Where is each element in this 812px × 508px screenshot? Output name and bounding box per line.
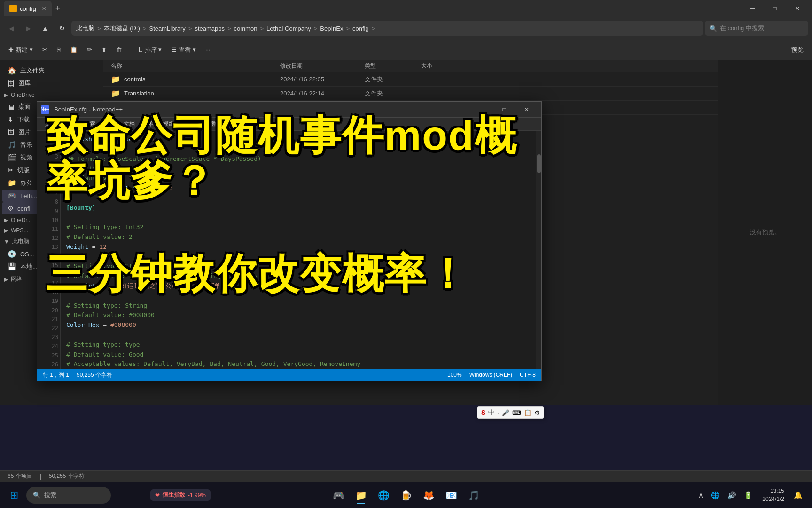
tray-chevron[interactable]: ∧ [696,489,705,501]
menu-view[interactable]: 视图 [100,119,119,129]
music-taskbar-icon: 🎵 [468,490,480,501]
tray-area: ∧ 🌐 🔊 🔋 13:15 2024/1/2 🔔 [696,485,808,505]
rename-btn[interactable]: ✏ [83,44,96,55]
explorer-tab[interactable]: config ✕ [4,1,52,16]
cut-btn[interactable]: ✂ [39,44,51,55]
preview-btn[interactable]: 预览 [788,44,807,56]
explorer-toolbar: ✚ 新建 ▾ ✂ ⎘ 📋 ✏ ⬆ 🗑 ⇅ 排序 ▾ ☰ 查看 ▾ ··· 预览 [0,40,812,60]
taskbar-app-firefox[interactable]: 🦊 [418,485,439,506]
tray-battery[interactable]: 🔋 [742,489,755,501]
taskbar-app-music[interactable]: 🎵 [463,485,484,506]
clock-time: 13:15 [762,487,784,495]
forward-btn[interactable]: ▶ [21,21,36,36]
taskbar-app-mail[interactable]: 📧 [441,485,461,506]
game-icon: 🎮 [8,191,16,200]
delete-btn[interactable]: 🗑 [112,44,126,55]
tab-close-btn[interactable]: ✕ [42,6,46,12]
zoom-level: 100% [447,372,462,378]
videos-icon: 🎬 [8,153,16,162]
up-btn[interactable]: ▲ [38,21,53,36]
cut-icon: ✂ [8,166,14,175]
ime-dot: · [497,409,499,416]
back-btn[interactable]: ◀ [4,21,19,36]
ime-settings[interactable]: ⚙ [534,409,540,416]
taskbar-search-icon: 🔍 [33,492,40,499]
menu-mod-pack[interactable]: 模组整合包 [159,119,195,129]
gallery-icon: 🖼 [8,79,15,87]
share-btn[interactable]: ⬆ [98,44,110,55]
sidebar-item-home[interactable]: 🏠 主文件夹 [2,64,101,77]
col-name: 名称 [111,62,280,70]
taskbar-search[interactable]: 🔍 搜索 [26,487,111,504]
taskbar-app-brew[interactable]: 🍺 [396,485,416,506]
col-type: 类型 [365,62,421,70]
editor-title-bar: N++ BepInEx.cfg - Notepad++ — □ ✕ [37,102,541,118]
menu-doc2[interactable]: 文档 [140,119,158,129]
sort-icon: ⇅ [138,46,143,53]
sidebar-group-onedrive[interactable]: ▶OneDrive [0,90,103,100]
folder-tab-icon [9,5,17,12]
address-path[interactable]: 此电脑 > 本地磁盘 (D:) > SteamLibrary > steamap… [71,21,703,36]
copy-btn[interactable]: ⎘ [53,44,64,55]
file-row-translation[interactable]: 📁 Translation 2024/1/16 22:14 文件夹 [103,87,718,101]
ime-keyboard[interactable]: ⌨ [512,409,521,416]
sort-btn[interactable]: ⇅ 排序 ▾ [134,44,166,56]
menu-search[interactable]: 搜索 [80,119,99,129]
downloads-icon: ⬇ [8,115,14,124]
tray-clock[interactable]: 13:15 2024/1/2 [758,485,788,505]
editor-close-btn[interactable]: ✕ [516,102,538,117]
file-row-controls[interactable]: 📁 controls 2024/1/16 22:05 文件夹 [103,72,718,87]
maximize-btn[interactable]: □ [764,1,786,16]
editor-scrollbar[interactable] [536,131,541,369]
more-btn[interactable]: ··· [202,44,214,55]
view-icon: ☰ [171,46,177,53]
no-preview-text: 没有预览。 [750,228,781,237]
taskbar-app-explorer[interactable]: 📁 [351,485,371,506]
tray-volume[interactable]: 🔊 [726,489,738,501]
minimize-btn[interactable]: — [742,1,763,16]
tray-network[interactable]: 🌐 [709,489,722,501]
ime-toolbar[interactable]: S 中 · 🎤 ⌨ 📋 ⚙ [477,406,544,419]
editor-maximize-btn[interactable]: □ [493,102,515,117]
taskbar-app-game[interactable]: 🎮 [328,485,349,506]
address-bar: ◀ ▶ ▲ ↻ 此电脑 > 本地磁盘 (D:) > SteamLibrary >… [0,17,812,40]
status-sep: | [40,473,41,480]
taskbar-app-edge[interactable]: 🌐 [373,485,394,506]
config-icon: ⚙ [8,204,14,213]
editor-window: N++ BepInEx.cfg - Notepad++ — □ ✕ 文件 编辑 … [37,101,542,381]
ime-cn[interactable]: 中 [488,408,494,417]
new-tab-btn[interactable]: + [55,4,61,14]
sidebar-item-gallery[interactable]: 🖼 图库 [2,77,101,89]
paste-btn[interactable]: 📋 [66,44,81,55]
new-icon: ✚ [8,46,14,53]
char-count: 50,255 个字符 [77,371,112,379]
ime-mic[interactable]: 🎤 [502,409,509,416]
tab-title: config [20,5,36,12]
tray-notification[interactable]: 🔔 [792,489,804,501]
new-btn[interactable]: ✚ 新建 ▾ [5,44,37,56]
editor-minimize-btn[interactable]: — [471,102,492,117]
local-icon: 💾 [8,262,16,271]
refresh-btn[interactable]: ↻ [55,21,70,36]
menu-edit[interactable]: 编辑 [61,119,79,129]
view-btn[interactable]: ☰ 查看 ▾ [167,44,200,56]
ime-clipboard[interactable]: 📋 [524,409,531,416]
search-box[interactable]: 🔍 在 config 中搜索 [705,21,808,36]
close-btn[interactable]: ✕ [787,1,808,16]
file-list-header: 名称 修改日期 类型 大小 [103,60,718,72]
start-button[interactable]: ⊞ [4,485,24,506]
edge-icon: 🌐 [378,490,390,501]
menu-doc1[interactable]: 文档 [120,119,139,129]
search-icon: 🔍 [710,25,717,32]
habit-change: -1.99% [188,492,206,499]
scrollbar-thumb[interactable] [537,154,541,173]
code-editor[interactable]: MaxCash Base Value = 120 ## Formula: Bas… [61,131,536,369]
editor-win-controls: — □ ✕ [471,102,538,117]
menu-mod-settings[interactable]: 模组整合包设置 [196,119,243,129]
window-controls: — □ ✕ [742,1,808,16]
menu-file[interactable]: 文件 [41,119,60,129]
habit-tracker-widget[interactable]: ❤ 恒生指数 -1.99% [150,489,211,501]
preview-pane: 没有预览。 [718,60,812,405]
bottom-status-bar: 65 个项目 | 50,255 个字符 [0,470,812,482]
folder-icon-controls: 📁 [111,75,120,84]
